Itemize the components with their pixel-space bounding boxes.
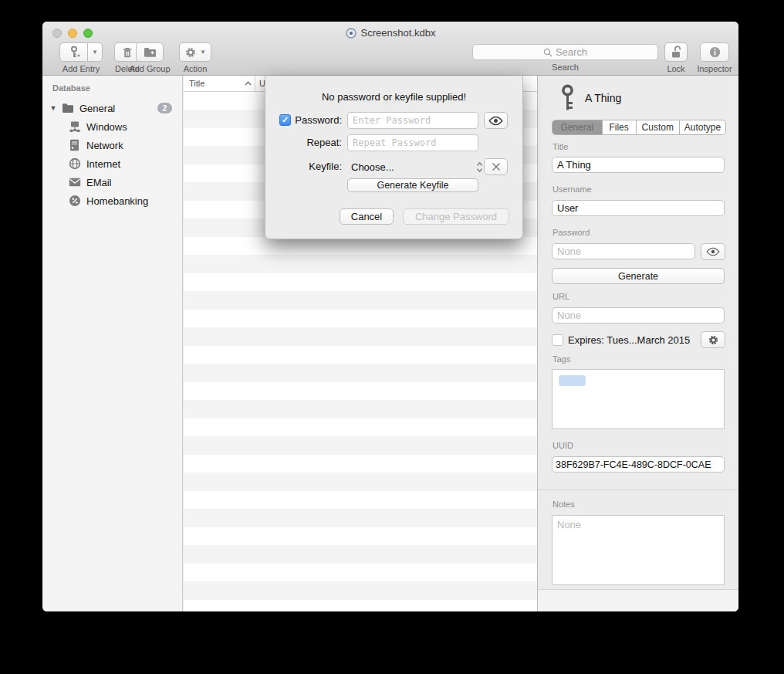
uuid-field[interactable] xyxy=(552,456,725,472)
disclosure-triangle-icon[interactable]: ▼ xyxy=(49,104,58,112)
desktop: { "window": { "title": "Screenshot.kdbx"… xyxy=(0,0,784,674)
url-field[interactable] xyxy=(552,307,725,323)
search-icon xyxy=(543,48,553,57)
gear-icon xyxy=(184,46,197,59)
lock-button[interactable] xyxy=(664,42,688,62)
tags-field-label: Tags xyxy=(553,354,570,364)
action-button[interactable]: ▼ xyxy=(179,42,211,62)
key-icon xyxy=(559,84,576,111)
generate-keyfile-button[interactable]: Generate Keyfile xyxy=(347,178,478,192)
sidebar-section-header: Database xyxy=(52,83,90,93)
inspector-label: Inspector xyxy=(697,64,732,73)
dialog-password-input[interactable] xyxy=(347,112,478,129)
key-plus-icon xyxy=(68,46,80,59)
inspector-tabs: General Files Custom Autotype xyxy=(552,120,726,135)
tab-files[interactable]: Files xyxy=(602,120,636,134)
add-entry-dropdown-button[interactable]: ▼ xyxy=(88,42,103,62)
username-field[interactable] xyxy=(552,200,725,216)
title-field[interactable] xyxy=(552,157,725,173)
eye-icon xyxy=(706,247,720,256)
percent-icon xyxy=(68,195,81,208)
expires-checkbox[interactable] xyxy=(552,334,563,346)
toolbar-item-action: ▼ Action xyxy=(178,42,212,73)
lock-label: Lock xyxy=(667,64,684,73)
tab-general[interactable]: General xyxy=(553,120,602,134)
window-title-bar: Screenshot.kdbx xyxy=(42,27,738,41)
toolbar-item-inspector: Inspector xyxy=(694,42,735,73)
dialog-keyfile-label: Keyfile: xyxy=(280,158,342,175)
globe-icon xyxy=(68,157,81,171)
tab-autotype[interactable]: Autotype xyxy=(679,120,725,134)
add-group-label: Add Group xyxy=(129,64,170,73)
unlock-icon xyxy=(670,46,682,59)
keyfile-popup[interactable]: Choose... xyxy=(347,158,483,175)
action-label: Action xyxy=(184,64,208,73)
chevron-down-icon: ▼ xyxy=(200,49,206,56)
search-placeholder: Search xyxy=(556,46,587,58)
url-field-label: URL xyxy=(553,292,569,301)
username-field-label: Username xyxy=(553,185,592,194)
cancel-button[interactable]: Cancel xyxy=(340,208,394,225)
sidebar-item-internet[interactable]: Internet xyxy=(42,154,182,173)
generate-password-button[interactable]: Generate xyxy=(552,268,725,284)
dialog-password-label: Password: xyxy=(280,112,342,129)
tag-token[interactable] xyxy=(559,375,586,386)
expires-settings-button[interactable] xyxy=(701,331,725,348)
dialog-repeat-input[interactable] xyxy=(347,134,478,151)
notes-field[interactable] xyxy=(552,515,725,585)
add-entry-button[interactable] xyxy=(59,42,88,62)
add-entry-label: Add Entry xyxy=(63,64,100,73)
dialog-message: No password or keyfile supplied! xyxy=(265,91,522,103)
folder-icon xyxy=(61,102,74,115)
eye-icon xyxy=(488,116,503,126)
sidebar-item-email[interactable]: EMail xyxy=(42,173,182,191)
search-label: Search xyxy=(552,63,579,72)
keyfile-popup-value: Choose... xyxy=(347,161,394,173)
sidebar-item-label: Network xyxy=(86,140,123,151)
inspector-panel: A Thing General Files Custom Autotype Ti… xyxy=(537,76,738,611)
sidebar-item-windows[interactable]: Windows xyxy=(42,117,182,136)
sort-ascending-icon xyxy=(245,81,252,86)
expires-label: Expires: Tues...March 2015 xyxy=(568,334,690,346)
sidebar-item-network[interactable]: Network xyxy=(42,136,182,154)
dialog-reveal-password-button[interactable] xyxy=(484,112,508,129)
clear-keyfile-button[interactable] xyxy=(484,158,508,175)
sidebar-item-label: Homebanking xyxy=(86,195,148,207)
toolbar-item-search: Search Search xyxy=(472,42,658,72)
column-header-title[interactable]: Title xyxy=(184,76,255,91)
window-title: Screenshot.kdbx xyxy=(361,27,436,39)
inspector-footer xyxy=(538,589,738,611)
toolbar-item-add-entry: ▼ Add Entry xyxy=(53,42,109,73)
app-window: Screenshot.kdbx ▼ Add Entry xyxy=(42,22,738,611)
change-password-button[interactable]: Change Password xyxy=(403,208,509,225)
sidebar-item-general[interactable]: ▼ General 2 xyxy=(42,99,182,117)
expires-row: Expires: Tues...March 2015 xyxy=(552,332,690,347)
inspector-divider xyxy=(538,489,738,490)
inspector-button[interactable] xyxy=(700,42,729,62)
toolbar-item-lock: Lock xyxy=(664,42,688,73)
password-field[interactable] xyxy=(552,243,695,259)
windows-network-icon xyxy=(68,120,81,134)
group-sidebar: Database ▼ General 2 Windows Netw xyxy=(42,76,183,611)
close-x-icon xyxy=(492,162,501,171)
info-icon xyxy=(709,46,721,58)
stepper-icon xyxy=(476,161,483,173)
title-field-label: Title xyxy=(553,142,568,151)
document-proxy-icon[interactable] xyxy=(346,28,357,39)
add-group-button[interactable] xyxy=(136,42,164,62)
dialog-repeat-label: Repeat: xyxy=(280,134,342,151)
gear-icon xyxy=(708,334,719,346)
entry-count-badge: 2 xyxy=(157,103,172,113)
sidebar-item-label: General xyxy=(79,103,115,114)
tags-field[interactable] xyxy=(552,369,725,429)
sidebar-item-label: EMail xyxy=(86,177,112,188)
chevron-down-icon: ▼ xyxy=(92,49,98,56)
tab-custom[interactable]: Custom xyxy=(636,120,679,134)
notes-field-label: Notes xyxy=(553,500,575,509)
titlebar-toolbar: Screenshot.kdbx ▼ Add Entry xyxy=(42,22,738,76)
reveal-password-button[interactable] xyxy=(701,243,725,260)
sidebar-item-homebanking[interactable]: Homebanking xyxy=(42,191,182,210)
uuid-field-label: UUID xyxy=(553,441,573,450)
search-input[interactable]: Search xyxy=(472,44,658,60)
change-password-dialog: No password or keyfile supplied! ✓ Passw… xyxy=(265,76,523,239)
